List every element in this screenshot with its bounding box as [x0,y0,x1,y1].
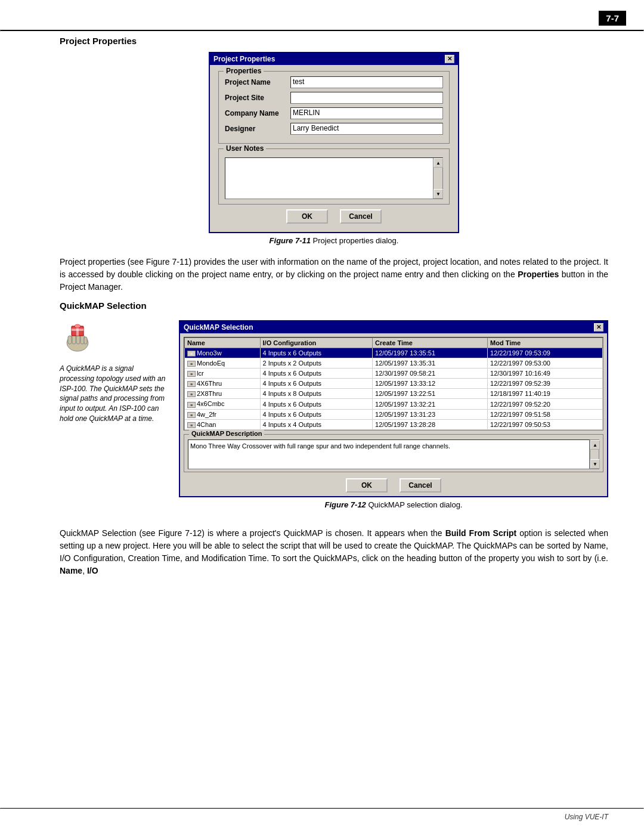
row-create-cell: 12/05/1997 13:35:31 [373,358,488,368]
qdesc-scroll-up[interactable]: ▲ [590,440,600,450]
row-name-cell: ≡4X6Thru [185,379,261,389]
quickmap-section-layout: A QuickMAP is a signal processing topolo… [60,320,608,515]
figure11-caption: Figure 7-11 Project properties dialog. [270,236,399,245]
table-row[interactable]: ≡4x6Cmbc4 Inputs x 6 Outputs12/05/1997 1… [185,399,603,409]
quickmap-note-text: A QuickMAP is a signal processing topolo… [60,364,167,424]
row-name-cell: ≡lcr [185,368,261,379]
row-mod-cell: 12/30/1997 10:16:49 [488,368,603,379]
dialog-title: Project Properties [213,55,275,63]
qdesc-scroll-down[interactable]: ▼ [590,459,600,469]
dialog-content: Properties Project Name test Project Sit… [210,65,458,232]
row-name-cell: ≡MondoEq [185,358,261,368]
company-name-input[interactable]: MERLIN [290,107,443,119]
row-icon: ≡ [187,351,196,357]
quickmap-cancel-button[interactable]: Cancel [400,478,441,493]
row-io-cell: 4 Inputs x 6 Outputs [260,348,373,358]
quickmap-desc-content: Mono Three Way Crossover with full range… [184,435,603,472]
table-row[interactable]: ≡4X6Thru4 Inputs x 6 Outputs12/05/1997 1… [185,379,603,389]
row-icon: ≡ [187,391,196,397]
quickmap-close-icon[interactable]: ✕ [594,323,603,332]
designer-input[interactable]: Larry Benedict [290,123,443,135]
row-name-cell: ≡4w_2fr [185,409,261,419]
row-create-cell: 12/05/1997 13:35:51 [373,348,488,358]
notes-text-area[interactable] [225,158,433,199]
properties-group-label: Properties [224,67,264,75]
quickmap-dialog-buttons: OK Cancel [180,476,607,496]
project-properties-dialog: Project Properties ✕ Properties Project … [209,52,459,233]
row-icon: ≡ [187,412,196,418]
bottom-rule [0,808,644,809]
row-io-cell: 4 Inputs x 6 Outputs [260,409,373,419]
row-name-cell: ≡4x6Cmbc [185,399,261,409]
table-row[interactable]: ≡2X8Thru4 Inputs x 8 Outputs12/05/1997 1… [185,389,603,399]
designer-label: Designer [225,125,290,133]
table-row[interactable]: ≡lcr4 Inputs x 6 Outputs12/30/1997 09:58… [185,368,603,379]
quickmap-desc-group: QuickMAP Description Mono Three Way Cros… [184,434,603,472]
table-row[interactable]: ≡4Chan4 Inputs x 4 Outputs12/05/1997 13:… [185,419,603,429]
section2-heading: QuickMAP Selection [60,301,608,311]
row-create-cell: 12/05/1997 13:22:51 [373,389,488,399]
svg-point-9 [75,324,80,328]
svg-rect-1 [68,336,72,344]
user-notes-label: User Notes [224,144,266,153]
notes-container: ▲ ▼ [225,157,443,199]
row-mod-cell: 12/22/1997 09:52:39 [488,379,603,389]
field-designer: Designer Larry Benedict [225,123,443,135]
scroll-up-btn[interactable]: ▲ [434,158,443,168]
row-mod-cell: 12/22/1997 09:53:00 [488,358,603,368]
quickmap-selection-dialog: QuickMAP Selection ✕ Name I/O Configurat… [179,320,608,497]
project-site-label: Project Site [225,94,290,102]
notes-wrapper: ▲ ▼ [225,157,443,199]
quickmap-desc-text: Mono Three Way Crossover with full range… [188,439,590,469]
close-icon[interactable]: ✕ [445,55,454,63]
dialog-titlebar: Project Properties ✕ [210,53,458,65]
notes-scrollbar[interactable]: ▲ ▼ [433,158,442,199]
quickmap-table: Name I/O Configuration Create Time Mod T… [184,337,603,430]
field-project-site: Project Site [225,92,443,104]
row-io-cell: 4 Inputs x 6 Outputs [260,399,373,409]
top-rule [0,30,644,32]
section2-body: QuickMAP Selection (see Figure 7-12) is … [60,527,608,577]
quickmap-ok-button[interactable]: OK [346,478,388,493]
col-create[interactable]: Create Time [373,338,488,348]
col-mod[interactable]: Mod Time [488,338,603,348]
row-icon: ≡ [187,361,196,367]
row-io-cell: 2 Inputs x 2 Outputs [260,358,373,368]
col-name[interactable]: Name [185,338,261,348]
row-icon: ≡ [187,381,196,387]
properties-group: Properties Project Name test Project Sit… [218,71,450,144]
figure12-caption: Figure 7-12 QuickMAP selection dialog. [179,500,608,509]
row-io-cell: 4 Inputs x 6 Outputs [260,368,373,379]
section-project-properties: Project Properties Project Properties ✕ … [60,36,608,293]
row-create-cell: 12/05/1997 13:31:23 [373,409,488,419]
row-icon: ≡ [187,371,196,377]
quickmap-main-column: QuickMAP Selection ✕ Name I/O Configurat… [179,320,608,515]
row-icon: ≡ [187,422,196,428]
table-row[interactable]: ≡4w_2fr4 Inputs x 6 Outputs12/05/1997 13… [185,409,603,419]
field-company-name: Company Name MERLIN [225,107,443,119]
page-number: 7-7 [599,11,626,26]
section1-body-text: Project properties (see Figure 7-11) pro… [60,256,608,293]
project-site-input[interactable] [290,92,443,104]
project-name-input[interactable]: test [290,76,443,88]
table-row[interactable]: ≡MondoEq2 Inputs x 2 Outputs12/05/1997 1… [185,358,603,368]
row-create-cell: 12/05/1997 13:28:28 [373,419,488,429]
row-name-cell: ≡4Chan [185,419,261,429]
section2-body-text: QuickMAP Selection (see Figure 7-12) is … [60,527,608,577]
row-mod-cell: 12/22/1997 09:53:09 [488,348,603,358]
row-io-cell: 4 Inputs x 6 Outputs [260,379,373,389]
quickmap-desc-scrollbar[interactable]: ▲ ▼ [590,439,599,469]
row-create-cell: 12/30/1997 09:58:21 [373,368,488,379]
quickmap-table-container: Name I/O Configuration Create Time Mod T… [184,337,603,431]
table-row[interactable]: ≡Mono3w4 Inputs x 6 Outputs12/05/1997 13… [185,348,603,358]
scroll-down-btn[interactable]: ▼ [434,189,443,199]
row-icon: ≡ [187,402,196,408]
ok-button[interactable]: OK [286,209,328,224]
cancel-button[interactable]: Cancel [340,209,382,224]
quickmap-desc-label: QuickMAP Description [189,430,264,437]
col-io[interactable]: I/O Configuration [260,338,373,348]
row-create-cell: 12/05/1997 13:33:12 [373,379,488,389]
main-content: Project Properties Project Properties ✕ … [60,36,608,584]
row-mod-cell: 12/22/1997 09:50:53 [488,419,603,429]
project-name-label: Project Name [225,78,290,86]
